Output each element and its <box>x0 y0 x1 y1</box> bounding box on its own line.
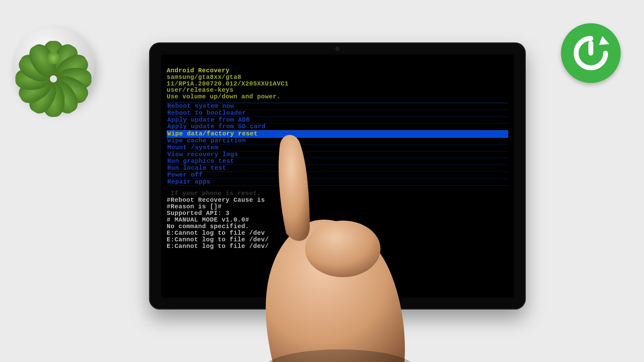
recovery-menu: Reboot system now Reboot to bootloader A… <box>167 103 508 186</box>
log-line: #Reason is []# <box>167 203 508 210</box>
hint-line: Use volume up/down and power. <box>167 94 508 100</box>
recovery-screen: Android Recovery samsung/gta8xx/gta8 11/… <box>161 54 514 298</box>
log-faint: If your phone is reset, <box>167 190 508 197</box>
log-line: No command specified. <box>167 223 508 230</box>
log-error: E:Cannot log to file /dev/ <box>167 243 508 250</box>
device-line: samsung/gta8xx/gta8 <box>167 74 508 81</box>
menu-repair-apps[interactable]: Repair apps <box>167 179 508 186</box>
menu-mount-system[interactable]: Mount /system <box>167 145 508 151</box>
log-line: #Reboot Recovery Cause is <box>167 197 508 203</box>
front-camera <box>336 47 339 51</box>
log-error: E:Cannot log to file /dev <box>167 230 508 236</box>
log-output: If your phone is reset, #Reboot Recovery… <box>167 190 508 250</box>
svg-rect-0 <box>588 41 593 56</box>
build-line: 11/RP1A.200720.012/X205XXU1AVC1 <box>167 81 508 87</box>
log-line: # MANUAL MODE v1.0.0# <box>167 217 508 223</box>
menu-view-logs[interactable]: View recovery logs <box>167 151 508 158</box>
menu-apply-sdcard[interactable]: Apply update from SD card <box>167 123 508 130</box>
menu-graphics-test[interactable]: Run graphics test <box>167 158 508 165</box>
power-reset-badge <box>561 23 621 83</box>
menu-power-off[interactable]: Power off <box>167 172 508 179</box>
power-reset-icon <box>570 33 611 74</box>
log-error: E:Cannot log to file /dev/ <box>167 236 508 243</box>
recovery-title: Android Recovery <box>167 68 508 74</box>
menu-wipe-data[interactable]: Wipe data/factory reset <box>167 130 508 138</box>
menu-reboot-system[interactable]: Reboot system now <box>167 103 508 110</box>
menu-reboot-bootloader[interactable]: Reboot to bootloader <box>167 110 508 117</box>
keys-line: user/release-keys <box>167 87 508 94</box>
menu-locale-test[interactable]: Run locale test <box>167 165 508 172</box>
succulent-plant <box>6 13 101 107</box>
svg-point-2 <box>264 349 415 362</box>
log-line: Supported API: 3 <box>167 210 508 217</box>
succulent-leaves <box>19 24 88 93</box>
menu-apply-adb[interactable]: Apply update from ADB <box>167 117 508 124</box>
tablet-device: Android Recovery samsung/gta8xx/gta8 11/… <box>149 42 526 310</box>
menu-wipe-cache[interactable]: Wipe cache partition <box>167 138 508 145</box>
